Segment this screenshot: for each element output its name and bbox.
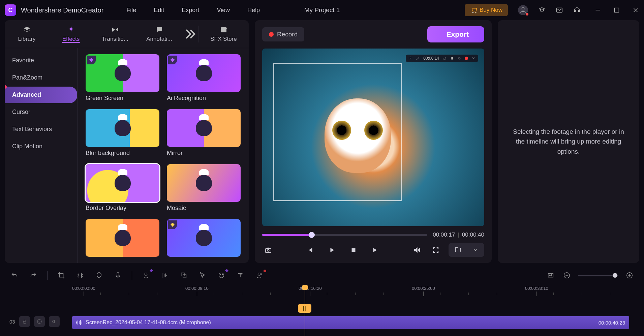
smart-edit-button[interactable]: [216, 270, 226, 280]
messages-icon[interactable]: [556, 6, 563, 14]
track-lock-button[interactable]: [19, 316, 30, 327]
group-button[interactable]: [179, 270, 189, 280]
tab-library[interactable]: Library: [5, 26, 49, 42]
volume-button[interactable]: [411, 244, 423, 256]
clip-duration: 00:00:40:23: [599, 320, 625, 326]
tab-transitions[interactable]: Transitio...: [93, 26, 137, 42]
account-button[interactable]: [518, 5, 528, 15]
snapshot-button[interactable]: [262, 244, 274, 256]
sidebar-item-advanced[interactable]: Advanced: [5, 87, 77, 103]
svg-point-24: [37, 319, 41, 324]
selection-frame[interactable]: [273, 63, 402, 201]
next-frame-button[interactable]: [369, 244, 381, 256]
effect-blur-background[interactable]: Blur background: [86, 109, 159, 157]
ruler-label: 00:00:33:10: [525, 286, 548, 291]
track-mute-button[interactable]: [49, 316, 60, 327]
svg-point-18: [222, 274, 223, 275]
zoom-in-button[interactable]: [624, 270, 635, 280]
undo-button[interactable]: [9, 270, 20, 280]
buy-now-button[interactable]: Buy Now: [465, 4, 508, 16]
pause-icon[interactable]: [450, 56, 454, 60]
record-button[interactable]: Record: [262, 27, 304, 41]
video-preview[interactable]: 00:00:14: [262, 49, 484, 226]
play-button[interactable]: [326, 244, 338, 256]
text-button[interactable]: [235, 270, 245, 280]
stop-rec-icon[interactable]: [465, 57, 468, 60]
effect-mirror[interactable]: Mirror: [167, 109, 241, 157]
crop-button[interactable]: [56, 270, 66, 280]
tab-annotations[interactable]: Annotati...: [137, 26, 181, 42]
cursor-effects-button[interactable]: [197, 270, 208, 280]
tab-effects[interactable]: Effects: [49, 26, 93, 42]
ai-denoise-button[interactable]: [141, 270, 151, 280]
zoom-fit-select[interactable]: Fit: [449, 243, 484, 257]
refresh-icon: [442, 56, 447, 60]
menu-help[interactable]: Help: [247, 7, 260, 14]
track-index: 03: [9, 319, 15, 325]
menu-export[interactable]: Export: [182, 7, 199, 14]
sidebar-item-clip-motion[interactable]: Clip Motion: [5, 138, 77, 155]
effect-mosaic[interactable]: Mosaic: [167, 164, 241, 212]
record-overlay-icon[interactable]: [457, 56, 461, 60]
chat-icon: [155, 26, 163, 34]
playhead[interactable]: ⎮⎮: [305, 286, 305, 336]
app-title: Wondershare DemoCreator: [21, 6, 103, 14]
tab-more[interactable]: [181, 26, 198, 42]
fit-timeline-button[interactable]: [546, 270, 556, 280]
svg-rect-3: [557, 8, 562, 12]
export-button[interactable]: Export: [427, 26, 484, 42]
minimize-icon[interactable]: [594, 6, 602, 14]
sidebar-item-favorite[interactable]: Favorite: [5, 52, 77, 69]
menu-file[interactable]: File: [126, 7, 136, 14]
tab-sfx-store-label: SFX Store: [210, 36, 237, 42]
effect-label: Border Overlay: [86, 205, 159, 212]
svg-point-13: [145, 273, 147, 275]
time-separator: |: [458, 232, 459, 238]
fit-label: Fit: [455, 246, 461, 253]
track-visibility-button[interactable]: [34, 316, 45, 327]
tab-effects-label: Effects: [62, 36, 80, 42]
ruler-label: 00:00:08:10: [185, 286, 209, 291]
clip-name: ScreenRec_2024-05-04 17-41-08.dcrc (Micr…: [86, 319, 211, 326]
menu-edit[interactable]: Edit: [154, 7, 164, 14]
tab-sfx-store[interactable]: SFX Store: [198, 26, 249, 42]
svg-point-0: [472, 12, 473, 13]
timeline-clip[interactable]: ScreenRec_2024-05-04 17-41-08.dcrc (Micr…: [72, 316, 629, 329]
zoom-out-button[interactable]: [562, 270, 572, 280]
fullscreen-button[interactable]: [430, 244, 442, 256]
record-label: Record: [277, 31, 298, 38]
timeline-ruler[interactable]: 00:00:00:00 00:00:08:10 00:00:16:20 00:0…: [5, 286, 639, 299]
marker-button[interactable]: [94, 270, 104, 280]
sidebar-item-cursor[interactable]: Cursor: [5, 104, 77, 120]
timeline[interactable]: 00:00:00:00 00:00:08:10 00:00:16:20 00:0…: [5, 286, 639, 336]
audio-edit-button[interactable]: [160, 270, 170, 280]
prev-frame-button[interactable]: [304, 244, 316, 256]
chevron-down-icon: [473, 247, 478, 253]
transition-icon: [111, 26, 119, 34]
maximize-icon[interactable]: [613, 6, 620, 14]
svg-point-10: [267, 249, 269, 251]
playhead-split-icon[interactable]: ⎮⎮: [298, 304, 311, 313]
ai-voice-button[interactable]: [254, 270, 264, 280]
voiceover-button[interactable]: [113, 270, 123, 280]
redo-button[interactable]: [28, 270, 38, 280]
sidebar-item-panzoom[interactable]: Pan&Zoom: [5, 69, 77, 86]
effect-green-screen[interactable]: Green Screen: [86, 54, 159, 102]
effect-item[interactable]: [167, 219, 241, 257]
split-button[interactable]: [75, 270, 85, 280]
close-icon[interactable]: [632, 6, 639, 14]
effect-ai-recognition[interactable]: Ai Recognition: [167, 54, 241, 102]
tutorial-icon[interactable]: [538, 6, 546, 14]
seek-slider[interactable]: [262, 234, 427, 236]
effect-item[interactable]: [86, 219, 159, 257]
stop-button[interactable]: [347, 244, 360, 256]
zoom-slider[interactable]: [578, 275, 618, 276]
tab-library-label: Library: [18, 36, 36, 42]
total-time: 00:00:40: [462, 232, 484, 238]
mic-icon: [408, 56, 412, 60]
support-icon[interactable]: [573, 6, 581, 14]
effect-border-overlay[interactable]: Border Overlay: [86, 164, 159, 212]
menu-view[interactable]: View: [217, 7, 230, 14]
sidebar-item-text-behaviors[interactable]: Text Behaviors: [5, 121, 77, 138]
close-overlay-icon[interactable]: [471, 56, 476, 60]
